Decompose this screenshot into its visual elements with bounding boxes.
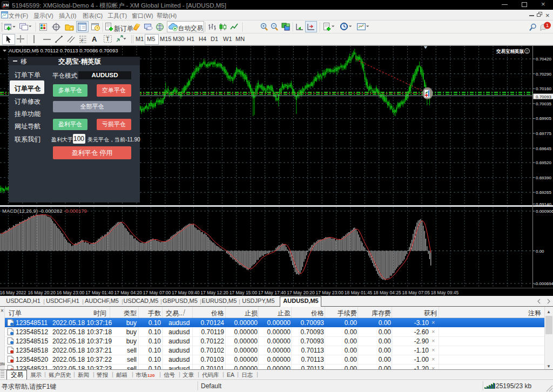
svg-text:0.69775: 0.69775	[536, 131, 551, 136]
svg-text:18 May 07:05: 18 May 07:05	[402, 290, 430, 295]
svg-text:17 May 23:00: 17 May 23:00	[316, 290, 344, 295]
svg-text:17 May 07:00: 17 May 07:00	[143, 290, 171, 295]
svg-text:0.70420: 0.70420	[536, 57, 551, 62]
svg-text:17 May 20:20: 17 May 20:20	[287, 290, 315, 295]
svg-text:F: F	[81, 38, 84, 43]
svg-text:17 May 04:20: 17 May 04:20	[114, 290, 142, 295]
svg-text:17 May 09:40: 17 May 09:40	[172, 290, 200, 295]
svg-text:16 May 2022: 16 May 2022	[0, 290, 26, 295]
svg-text:0.69140: 0.69140	[536, 202, 551, 207]
svg-text:0.69265: 0.69265	[536, 190, 551, 195]
svg-text:16 May 20:20: 16 May 20:20	[28, 290, 56, 295]
svg-text:17 May 15:00: 17 May 15:00	[230, 290, 258, 295]
svg-text:18 May 01:45: 18 May 01:45	[345, 290, 373, 295]
svg-text:0.69905: 0.69905	[536, 116, 551, 121]
svg-text:0.70160: 0.70160	[536, 86, 551, 91]
svg-text:0.69645: 0.69645	[536, 146, 551, 151]
svg-text:0.00: 0.00	[536, 249, 544, 254]
svg-text:AUDUSD,M5 0.70112 0.70113 0.7: AUDUSD,M5 0.70112 0.70113 0.70086 0.7009…	[9, 48, 118, 53]
svg-text:18 May 09:45: 18 May 09:45	[431, 290, 459, 295]
svg-text:T: T	[106, 36, 110, 42]
svg-text:0.70035: 0.70035	[536, 102, 551, 106]
svg-text:交易宝精英版: 交易宝精英版	[496, 49, 524, 54]
svg-text:1: 1	[546, 23, 549, 28]
svg-text:XM: XM	[2, 3, 9, 8]
svg-text:0.000906: 0.000906	[536, 209, 553, 214]
svg-text:16 May 23:00: 16 May 23:00	[57, 290, 85, 295]
svg-text:MACD(12,26,9) -0.000282 -0.000: MACD(12,26,9) -0.000282 -0.000179	[2, 208, 87, 214]
svg-text:18 May 04:25: 18 May 04:25	[373, 290, 401, 295]
svg-text:17 May 12:20: 17 May 12:20	[200, 290, 228, 295]
svg-text:0.69390: 0.69390	[536, 175, 551, 180]
svg-text:0.70290: 0.70290	[536, 72, 551, 77]
svg-text:17 May 17:40: 17 May 17:40	[258, 290, 286, 295]
svg-text:0.69520: 0.69520	[536, 160, 551, 165]
svg-text:-0.000694: -0.000694	[534, 281, 553, 286]
svg-text:17 May 01:40: 17 May 01:40	[85, 290, 113, 295]
svg-text:0.70093: 0.70093	[536, 94, 551, 99]
